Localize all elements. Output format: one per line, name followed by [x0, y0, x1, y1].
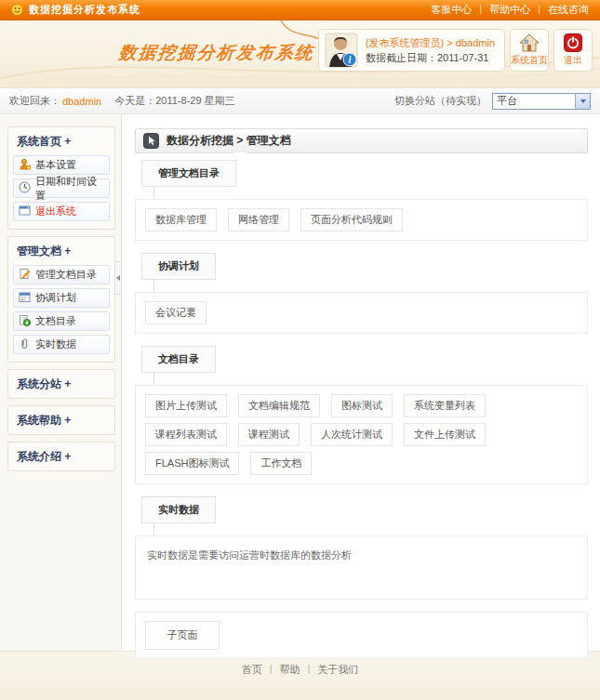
sidebar-item[interactable]: 基本设置 [13, 155, 110, 175]
edit-doc-icon [19, 268, 31, 280]
breadcrumb: 数据分析挖掘 > 管理文档 [167, 133, 291, 149]
breadcrumb-notch [233, 152, 247, 159]
section-note: 实时数据是需要访问运营时数据库的数据分析 [145, 545, 578, 590]
doc-link-button[interactable]: 人次统计测试 [311, 423, 393, 446]
doc-link-button[interactable]: 文件上传测试 [404, 423, 486, 446]
section-tab[interactable]: 管理文档目录 [141, 160, 236, 187]
sidebar-section-title[interactable]: 系统首页 + [8, 127, 114, 155]
sidebar-item[interactable]: 管理文档目录 [13, 265, 110, 284]
section-panel: 子页面 [135, 612, 588, 659]
svg-text:i: i [349, 55, 352, 65]
doc-link-button[interactable]: 文档编辑规范 [238, 394, 320, 417]
doc-link-button[interactable]: 网络管理 [228, 208, 289, 231]
content-sections: 管理文档目录数据库管理网络管理页面分析代码规则协调计划会议记要文档目录图片上传测… [135, 160, 588, 659]
user-area: i (发布系统管理员) > dbadmin 数据截止日期：2011-07-31 … [318, 29, 593, 72]
data-cutoff-date: 数据截止日期：2011-07-31 [366, 50, 495, 65]
sidebar-section: 系统介绍 + [7, 442, 115, 471]
select-dropdown-arrow-icon[interactable] [575, 94, 590, 109]
doc-link-button[interactable]: 页面分析代码规则 [300, 208, 403, 231]
section-panel: 数据库管理网络管理页面分析代码规则 [135, 199, 588, 241]
section-tab[interactable]: 协调计划 [141, 253, 216, 280]
logout-button[interactable]: 退出 [553, 29, 593, 72]
doc-link-button[interactable]: 数据库管理 [145, 208, 217, 231]
welcome-bar: 欢迎回来： dbadmin 今天是：2011-8-29 星期三 切换分站（待实现… [0, 88, 600, 114]
tab-connector [153, 280, 154, 292]
sidebar-section: 系统首页 +基本设置日期和时间设置退出系统 [7, 126, 115, 230]
section-panel: 图片上传测试文档编辑规范图标测试系统变量列表课程列表测试课程测试人次统计测试文件… [135, 385, 588, 484]
topbar-link-2[interactable]: 帮助中心 [489, 3, 530, 17]
logo-text: 数据挖掘分析发布系统 [118, 41, 316, 65]
button-row: 数据库管理网络管理页面分析代码规则 [145, 208, 578, 231]
footer-link-3[interactable]: 关于我们 [317, 663, 358, 677]
sidebar-item[interactable]: 实时数据 [13, 335, 110, 354]
sidebar-section-title[interactable]: 系统帮助 + [8, 406, 114, 434]
sidebar-item-label: 日期和时间设置 [35, 175, 104, 203]
sidebar-item[interactable]: 退出系统 [13, 202, 110, 221]
switch-site-label: 切换分站（待实现） [394, 94, 487, 108]
sidebar-item-label: 退出系统 [35, 205, 76, 218]
doc-link-button[interactable]: 图标测试 [331, 394, 393, 417]
main-area: 系统首页 +基本设置日期和时间设置退出系统管理文档 +管理文档目录协调计划文档目… [0, 114, 600, 651]
topbar: 数据挖掘分析发布系统 客服中心|帮助中心|在线咨询 [0, 0, 600, 20]
clock-icon [19, 181, 31, 193]
sidebar: 系统首页 +基本设置日期和时间设置退出系统管理文档 +管理文档目录协调计划文档目… [0, 114, 121, 651]
breadcrumb-bar: 数据分析挖掘 > 管理文档 [135, 128, 588, 153]
doc-link-button[interactable]: 课程列表测试 [145, 423, 227, 446]
window-icon [19, 205, 31, 217]
doc-link-button[interactable]: 图片上传测试 [145, 394, 227, 417]
doc-link-button[interactable]: FLASH图标测试 [145, 452, 239, 475]
site-select-value: 平台 [493, 94, 575, 108]
smiley-icon [11, 4, 23, 16]
topbar-link-1[interactable]: 客服中心 [431, 3, 472, 17]
sidebar-item-label: 文档目录 [35, 314, 76, 328]
section-tab[interactable]: 文档目录 [141, 346, 216, 373]
button-row: 会议记要 [145, 301, 578, 324]
doc-link-button[interactable]: 系统变量列表 [404, 394, 486, 417]
sidebar-item[interactable]: 日期和时间设置 [13, 178, 110, 198]
avatar: i [325, 33, 358, 68]
welcome-greeting: 欢迎回来： [9, 94, 60, 108]
sidebar-item-label: 基本设置 [35, 158, 76, 172]
sidebar-item-label: 协调计划 [35, 291, 76, 305]
tab-connector [153, 523, 154, 535]
calendar-icon [19, 291, 31, 303]
today-date: 今天是：2011-8-29 星期三 [114, 94, 234, 108]
doc-link-button[interactable]: 课程测试 [238, 423, 300, 446]
sidebar-section: 系统帮助 + [7, 405, 115, 435]
section-panel: 实时数据是需要访问运营时数据库的数据分析 [135, 535, 588, 600]
footer-link-1[interactable]: 首页 [242, 663, 262, 677]
section-tab[interactable]: 实时数据 [141, 496, 216, 523]
doc-link-button[interactable]: 子页面 [145, 621, 220, 650]
user-card: i (发布系统管理员) > dbadmin 数据截止日期：2011-07-31 [318, 29, 505, 72]
button-row: 子页面 [145, 621, 578, 650]
topbar-links: 客服中心|帮助中心|在线咨询 [431, 3, 589, 17]
doc-link-button[interactable]: 工作文档 [250, 452, 312, 475]
button-row: 图片上传测试文档编辑规范图标测试系统变量列表课程列表测试课程测试人次统计测试文件… [145, 394, 578, 475]
topbar-link-3[interactable]: 在线咨询 [548, 3, 589, 17]
doc-link-button[interactable]: 会议记要 [145, 301, 207, 324]
sidebar-item[interactable]: 协调计划 [13, 288, 110, 308]
sidebar-section-title[interactable]: 管理文档 + [8, 237, 114, 265]
sidebar-collapse-handle[interactable] [114, 261, 122, 295]
folder-download-icon [19, 314, 31, 326]
page-cursor-icon [143, 133, 159, 149]
power-icon [563, 33, 583, 52]
site-select[interactable]: 平台 [492, 93, 591, 110]
app-title: 数据挖掘分析发布系统 [29, 3, 140, 17]
footer-link-2[interactable]: 帮助 [280, 663, 300, 677]
paperclip-icon [19, 337, 31, 350]
user-settings-icon [19, 158, 31, 170]
sidebar-item[interactable]: 文档目录 [13, 311, 110, 331]
home-button[interactable]: 系统首页 [510, 29, 549, 72]
section-panel: 会议记要 [135, 292, 588, 334]
sidebar-section-title[interactable]: 系统介绍 + [8, 442, 114, 470]
tab-connector [153, 187, 154, 199]
logout-button-label: 退出 [564, 54, 582, 67]
sidebar-item-label: 实时数据 [35, 337, 76, 351]
sidebar-section: 系统分站 + [7, 369, 115, 399]
home-icon [519, 33, 540, 52]
header: 数据挖掘分析发布系统 i (发布系统管理员) > dbadmin 数据截止日期：… [0, 20, 600, 88]
sidebar-section-title[interactable]: 系统分站 + [8, 370, 114, 398]
content-area: 数据分析挖掘 > 管理文档 管理文档目录数据库管理网络管理页面分析代码规则协调计… [121, 114, 600, 651]
sidebar-section: 管理文档 +管理文档目录协调计划文档目录实时数据 [7, 236, 115, 363]
